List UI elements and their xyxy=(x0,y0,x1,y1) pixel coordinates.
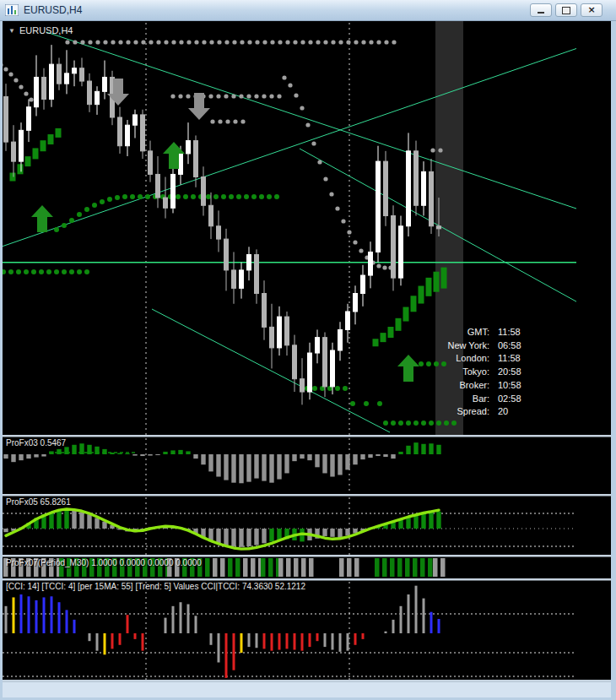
pane-separator[interactable] xyxy=(3,494,611,497)
chart-window: EURUSD,H4 × ▼ EURUSD,H4 ProFx03 0.5467 P… xyxy=(0,0,616,700)
minimize-icon xyxy=(538,12,544,14)
window-title: EURUSD,H4 xyxy=(24,4,82,16)
close-button[interactable]: × xyxy=(581,3,602,17)
title-bar[interactable]: EURUSD,H4 × xyxy=(0,0,616,21)
pane-separator[interactable] xyxy=(3,578,611,581)
chart-window-icon xyxy=(5,4,19,16)
profx07-pane[interactable] xyxy=(3,558,446,577)
chart-canvas[interactable] xyxy=(3,21,611,697)
close-icon: × xyxy=(587,6,595,14)
time-axis-strip xyxy=(3,681,611,697)
pane-separator[interactable] xyxy=(3,555,611,557)
minimize-button[interactable] xyxy=(530,3,552,17)
restore-button[interactable] xyxy=(555,3,577,17)
restore-icon xyxy=(562,7,570,14)
pane-separator[interactable] xyxy=(3,680,611,682)
pane-separator[interactable] xyxy=(3,435,611,437)
